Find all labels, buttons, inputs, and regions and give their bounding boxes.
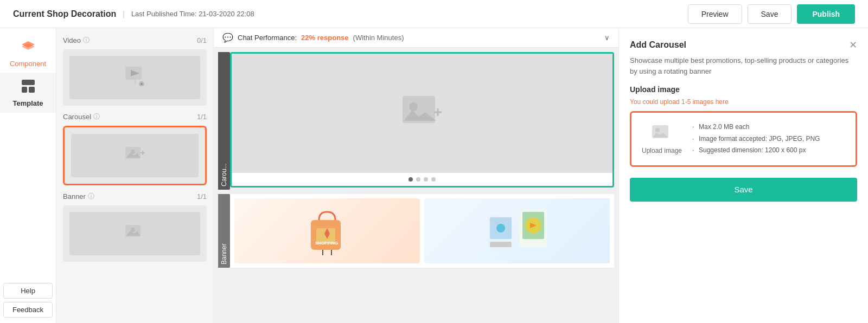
sidebar-item-component[interactable]: Component bbox=[0, 34, 56, 73]
chat-bubble-icon: 💬 bbox=[222, 33, 233, 43]
panel-description: Showcase multiple best promotions, top-s… bbox=[630, 55, 857, 76]
last-published-time: Last Published Time: 21-03-2020 22:08 bbox=[131, 10, 254, 18]
carousel-card[interactable] bbox=[63, 126, 207, 185]
banner-section-header: Banner ⓘ 1/1 bbox=[63, 192, 207, 201]
upload-image-icon bbox=[651, 123, 673, 145]
save-button[interactable]: Save bbox=[748, 4, 792, 24]
close-icon[interactable]: ✕ bbox=[849, 39, 857, 51]
spec-dimension: Suggested dimension: 1200 x 600 px bbox=[692, 145, 820, 157]
upload-box[interactable]: Upload image Max 2.0 MB each Image forma… bbox=[630, 111, 857, 167]
banner-count: 1/1 bbox=[197, 192, 207, 201]
svg-rect-34 bbox=[490, 242, 512, 247]
banner-info-icon: ⓘ bbox=[88, 192, 94, 201]
video-section-header: Video ⓘ 0/1 bbox=[63, 36, 207, 45]
video-info-icon: ⓘ bbox=[83, 36, 90, 45]
panel-save-button[interactable]: Save bbox=[630, 178, 857, 202]
chevron-down-icon[interactable]: ∨ bbox=[604, 34, 610, 42]
upload-title: Upload image bbox=[630, 85, 857, 94]
video-card[interactable] bbox=[63, 49, 207, 106]
svg-point-33 bbox=[496, 224, 505, 232]
carousel-placeholder-icon bbox=[124, 144, 146, 167]
banner-card-inner bbox=[69, 212, 200, 255]
carousel-image-area bbox=[232, 54, 612, 173]
component-label: Component bbox=[10, 60, 46, 68]
dot-2 bbox=[416, 177, 420, 182]
header: Current Shop Decoration | Last Published… bbox=[0, 0, 868, 28]
panel-header: Add Carousel ✕ bbox=[630, 39, 857, 51]
upload-section: Upload image You could upload 1-5 images… bbox=[630, 85, 857, 178]
video-count: 0/1 bbox=[197, 36, 207, 44]
component-icon bbox=[21, 39, 36, 57]
chat-response-value: 22% response bbox=[301, 34, 348, 42]
banner-shopping-image: SHOPPING bbox=[234, 198, 420, 263]
tech-illustration bbox=[484, 204, 550, 258]
carousel-card-inner bbox=[71, 134, 199, 177]
main-layout: Component Template Help Feedback Video ⓘ bbox=[0, 28, 868, 323]
upload-specs: Max 2.0 MB each Image format accepted: J… bbox=[692, 121, 820, 157]
carousel-preview[interactable] bbox=[230, 52, 614, 188]
carousel-add-icon bbox=[400, 92, 444, 135]
svg-rect-5 bbox=[29, 87, 35, 93]
carousel-count: 1/1 bbox=[197, 113, 207, 121]
chat-performance-label: Chat Performance: bbox=[238, 34, 297, 42]
center-area: 💬 Chat Performance: 22% response (Within… bbox=[214, 28, 618, 323]
feedback-button[interactable]: Feedback bbox=[3, 302, 53, 318]
svg-text:SHOPPING: SHOPPING bbox=[315, 241, 338, 246]
shopping-illustration: SHOPPING bbox=[300, 204, 354, 258]
template-icon bbox=[21, 79, 36, 97]
svg-rect-4 bbox=[22, 87, 27, 93]
spec-format: Image format accepted: JPG, JPEG, PNG bbox=[692, 133, 820, 145]
svg-point-21 bbox=[409, 102, 418, 111]
template-label: Template bbox=[12, 99, 43, 107]
dot-4 bbox=[431, 177, 436, 182]
spec-max-size: Max 2.0 MB each bbox=[692, 121, 820, 133]
video-placeholder-icon bbox=[124, 64, 146, 91]
header-separator: | bbox=[123, 10, 125, 18]
publish-button[interactable]: Publish bbox=[797, 4, 855, 24]
template-panel: Video ⓘ 0/1 bbox=[56, 28, 214, 323]
dot-3 bbox=[424, 177, 428, 182]
banner-images: SHOPPING bbox=[230, 194, 614, 268]
sidebar-item-template[interactable]: Template bbox=[0, 73, 56, 113]
upload-label: Upload image bbox=[642, 147, 682, 154]
preview-button[interactable]: Preview bbox=[688, 4, 742, 24]
video-card-inner bbox=[69, 56, 200, 99]
banner-preview-wrapper: Banner SHOPPING bbox=[218, 194, 614, 268]
carousel-info-icon: ⓘ bbox=[93, 112, 100, 121]
page-title: Current Shop Decoration bbox=[13, 9, 116, 19]
video-label: Video bbox=[63, 36, 81, 44]
banner-placeholder-icon bbox=[124, 222, 146, 246]
svg-rect-3 bbox=[22, 80, 35, 85]
right-panel: Add Carousel ✕ Showcase multiple best pr… bbox=[618, 28, 868, 323]
preview-area: Carou... bbox=[214, 48, 618, 323]
chat-suffix: (Within Minutes) bbox=[353, 34, 404, 42]
header-actions: Preview Save Publish bbox=[688, 4, 855, 24]
carousel-section-tab: Carou... bbox=[218, 52, 230, 190]
sidebar-bottom: Help Feedback bbox=[3, 283, 53, 323]
carousel-preview-wrapper: Carou... bbox=[218, 52, 614, 190]
banner-label: Banner bbox=[63, 192, 86, 201]
upload-icon-area: Upload image bbox=[640, 123, 684, 154]
svg-point-40 bbox=[655, 128, 660, 132]
banner-section-tab: Banner bbox=[218, 194, 230, 268]
banner-tech-image bbox=[424, 198, 610, 263]
carousel-label: Carousel bbox=[63, 113, 91, 121]
banner-card[interactable] bbox=[63, 205, 207, 262]
dot-1 bbox=[409, 177, 413, 182]
chat-bar: 💬 Chat Performance: 22% response (Within… bbox=[214, 28, 618, 48]
carousel-dots bbox=[232, 173, 612, 186]
panel-title: Add Carousel bbox=[630, 40, 686, 50]
header-left: Current Shop Decoration | Last Published… bbox=[13, 9, 254, 19]
upload-subtitle: You could upload 1-5 images here bbox=[630, 98, 857, 106]
sidebar: Component Template Help Feedback bbox=[0, 28, 56, 323]
help-button[interactable]: Help bbox=[3, 283, 53, 299]
carousel-section-header: Carousel ⓘ 1/1 bbox=[63, 112, 207, 121]
